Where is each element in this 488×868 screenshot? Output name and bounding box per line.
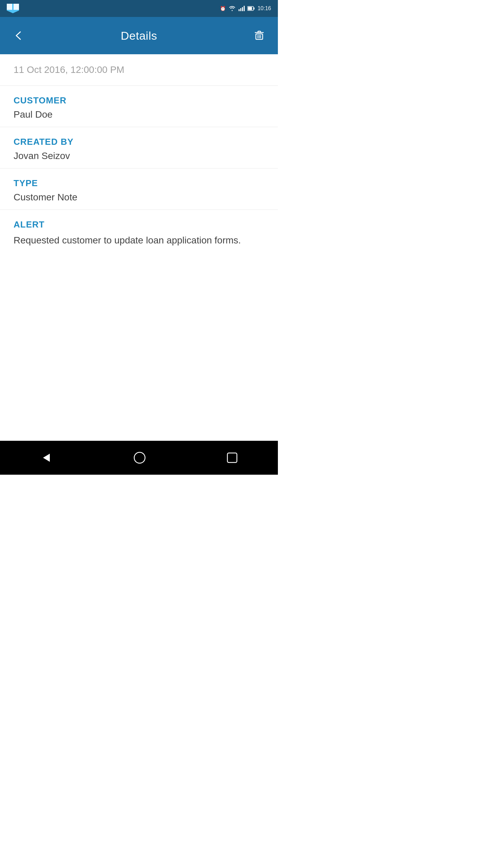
status-bar-left	[7, 4, 19, 13]
status-bar: ⏰ 10:16	[0, 0, 278, 17]
type-label: TYPE	[14, 178, 264, 189]
nav-recents-button[interactable]	[223, 448, 242, 467]
svg-point-15	[134, 452, 145, 463]
type-section: TYPE Customer Note	[0, 169, 278, 210]
svg-rect-2	[14, 4, 19, 10]
alert-section: ALERT Requested customer to update loan …	[0, 210, 278, 254]
created-by-section: CREATED BY Jovan Seizov	[0, 127, 278, 169]
alert-label: ALERT	[14, 219, 264, 230]
svg-rect-1	[7, 4, 12, 10]
svg-rect-9	[248, 7, 252, 10]
clock-icon: ⏰	[220, 6, 226, 11]
datetime-text: 11 Oct 2016, 12:00:00 PM	[14, 64, 124, 75]
customer-section: CUSTOMER Paul Doe	[0, 86, 278, 127]
delete-button[interactable]	[251, 27, 268, 44]
page-title: Details	[121, 29, 157, 42]
svg-rect-4	[240, 8, 241, 11]
datetime-section: 11 Oct 2016, 12:00:00 PM	[0, 54, 278, 86]
svg-rect-5	[242, 7, 243, 11]
wifi-icon	[228, 6, 236, 11]
nav-back-icon	[40, 451, 53, 465]
svg-rect-3	[239, 9, 240, 11]
status-bar-right: ⏰ 10:16	[220, 5, 271, 12]
app-bar: Details	[0, 17, 278, 54]
back-arrow-icon	[13, 30, 24, 41]
content-area: 11 Oct 2016, 12:00:00 PM CUSTOMER Paul D…	[0, 54, 278, 441]
nav-back-button[interactable]	[36, 448, 57, 468]
svg-rect-6	[244, 6, 245, 11]
status-time: 10:16	[258, 5, 271, 12]
nav-recents-icon	[226, 452, 238, 464]
app-logo-icon	[7, 4, 19, 13]
svg-rect-8	[253, 7, 255, 9]
alert-value: Requested customer to update loan applic…	[14, 233, 264, 248]
created-by-label: CREATED BY	[14, 137, 264, 147]
battery-icon	[247, 6, 255, 11]
navigation-bar	[0, 441, 278, 475]
back-button[interactable]	[10, 27, 27, 44]
svg-marker-14	[43, 454, 50, 462]
type-value: Customer Note	[14, 192, 264, 203]
customer-label: CUSTOMER	[14, 95, 264, 106]
signal-icon	[239, 6, 245, 11]
customer-value: Paul Doe	[14, 109, 264, 120]
nav-home-button[interactable]	[129, 448, 150, 468]
trash-icon	[253, 30, 265, 41]
nav-home-icon	[133, 451, 146, 465]
svg-rect-16	[227, 453, 237, 462]
created-by-value: Jovan Seizov	[14, 151, 264, 161]
